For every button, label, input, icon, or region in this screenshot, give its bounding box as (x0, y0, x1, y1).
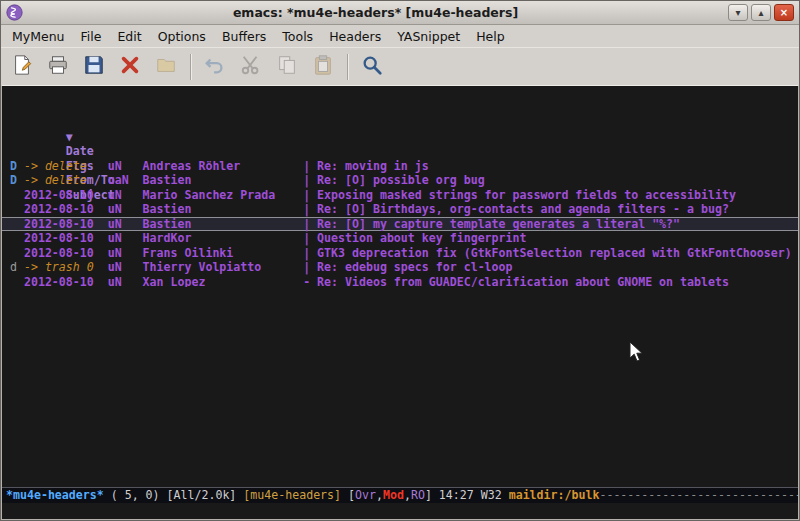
toolbar-separator (347, 54, 348, 80)
mode-line[interactable]: *mu4e-headers* ( 5, 0) [All/2.0k] [mu4e-… (2, 487, 798, 503)
modeline-segment-plain: , (404, 488, 411, 502)
message-from: Mario Sanchez Prada (143, 188, 304, 203)
message-row[interactable]: 2012-08-10uNHardKor| Question about key … (2, 231, 798, 246)
toolbar-separator (190, 54, 191, 80)
maximize-button[interactable]: ▴ (751, 4, 771, 21)
menu-item-headers[interactable]: Headers (321, 27, 389, 46)
message-row[interactable]: 2012-08-10uNBastien| Re: [O] Birthdays, … (2, 202, 798, 217)
message-subject: | Question about key fingerprint (303, 231, 526, 246)
modeline-segment-mod: Mod (383, 488, 404, 502)
modeline-segment-plain: , (376, 488, 383, 502)
copy-button (270, 52, 304, 82)
message-subject: | Re: [O] Birthdays, org-contacts and ag… (303, 202, 729, 217)
message-row[interactable]: D-> deleteuNAndreas Röhler| Re: moving i… (2, 159, 798, 174)
message-from: Andreas Röhler (143, 159, 304, 174)
message-row[interactable]: 2012-08-10uNMario Sanchez Prada| Exposin… (2, 188, 798, 203)
undo-button (198, 52, 232, 82)
close-button[interactable]: × (774, 4, 794, 21)
message-date: 2012-08-10 (24, 246, 108, 261)
undo-icon (204, 54, 226, 80)
emacs-window: emacs: *mu4e-headers* [mu4e-headers] ▾ ▴… (0, 0, 800, 521)
message-row[interactable]: D-> deleteuaNBastien| Re: [O] possible o… (2, 173, 798, 188)
print-icon (47, 54, 69, 80)
message-from: Frans Oilinki (143, 246, 304, 261)
close-icon: × (780, 7, 788, 18)
new-file-button[interactable] (5, 52, 39, 82)
header-line: ▼ Date Flgs From/To Subject (2, 115, 798, 130)
column-header-date: Date (66, 144, 150, 159)
message-subject: | GTK3 deprecation fix (GtkFontSelection… (303, 246, 792, 261)
menu-item-yasnippet[interactable]: YASnippet (389, 27, 468, 46)
message-date: 2012-08-10 (24, 202, 108, 217)
message-date: 2012-08-10 (24, 217, 108, 232)
message-from: Bastien (143, 202, 304, 217)
message-flags: uN (108, 159, 143, 174)
message-flags: uN (108, 275, 143, 287)
message-row[interactable]: d-> trash 0uNThierry Volpiatto| Re: edeb… (2, 260, 798, 275)
open-file-icon (155, 54, 177, 80)
minimize-icon: ▾ (735, 7, 740, 18)
cut-button (234, 52, 268, 82)
maximize-icon: ▴ (758, 7, 763, 18)
text-area-frame: ▼ Date Flgs From/To Subject D-> deleteuN… (1, 85, 799, 520)
mark-char (10, 275, 24, 287)
new-file-icon (11, 54, 33, 80)
emacs-logo-icon[interactable] (6, 4, 23, 21)
mark-char (10, 202, 24, 217)
message-flags: uN (108, 260, 143, 275)
message-subject: | Re: moving in js (303, 159, 429, 174)
modeline-segment-ovr: Ovr (355, 488, 376, 502)
message-flags: uN (108, 231, 143, 246)
menu-item-mymenu[interactable]: MyMenu (4, 27, 73, 46)
message-date: -> delete (24, 159, 108, 174)
copy-icon (276, 54, 298, 80)
message-date: -> delete (24, 173, 108, 188)
print-button[interactable] (41, 52, 75, 82)
menu-item-edit[interactable]: Edit (109, 27, 149, 46)
message-row[interactable]: 2012-08-10uNXan Lopez- Re: Videos from G… (2, 275, 798, 287)
modeline-segment-plain: ] (425, 488, 439, 502)
message-row-current[interactable]: 2012-08-10uNBastien| Re: [O] my capture … (2, 217, 798, 232)
message-row[interactable]: 2012-08-10uNFrans Oilinki| GTK3 deprecat… (2, 246, 798, 261)
menu-item-options[interactable]: Options (150, 27, 214, 46)
mark-char (10, 231, 24, 246)
message-date: 2012-08-10 (24, 188, 108, 203)
menu-item-tools[interactable]: Tools (274, 27, 321, 46)
headers-buffer[interactable]: ▼ Date Flgs From/To Subject D-> deleteuN… (2, 86, 798, 287)
search-icon (361, 54, 383, 80)
message-from: Bastien (143, 173, 304, 188)
search-button[interactable] (355, 52, 389, 82)
menu-item-buffers[interactable]: Buffers (214, 27, 274, 46)
mark-char (10, 246, 24, 261)
mark-char: D (10, 159, 24, 174)
close-buffer-button[interactable] (113, 52, 147, 82)
cut-icon (240, 54, 262, 80)
empty-buffer-space (2, 287, 798, 488)
minimize-button[interactable]: ▾ (728, 4, 748, 21)
save-icon (83, 54, 105, 80)
message-list: D-> deleteuNAndreas Röhler| Re: moving i… (2, 159, 798, 287)
message-subject: | Re: [O] my capture template generates … (303, 217, 680, 232)
open-file-button (149, 52, 183, 82)
mark-char (10, 217, 24, 232)
menu-item-help[interactable]: Help (468, 27, 513, 46)
menu-item-file[interactable]: File (73, 27, 110, 46)
modeline-segment-mode-name: [mu4e-headers] (243, 488, 341, 502)
message-subject: | Exposing masked strings for password f… (303, 188, 736, 203)
modeline-segment-buffer-name: *mu4e-headers* (6, 488, 104, 502)
message-flags: uaN (108, 173, 143, 188)
modeline-segment-maildir: maildir:/bulk (509, 488, 600, 502)
message-from: Thierry Volpiatto (143, 260, 304, 275)
message-flags: uN (108, 217, 143, 232)
message-flags: uN (108, 246, 143, 261)
save-button[interactable] (77, 52, 111, 82)
message-subject: | Re: edebug specs for cl-loop (303, 260, 512, 275)
echo-area[interactable] (2, 503, 798, 519)
menubar: MyMenu File Edit Options Buffers Tools H… (1, 25, 799, 47)
sort-indicator-icon: ▼ (66, 130, 80, 145)
close-buffer-icon (119, 54, 141, 80)
message-from: HardKor (143, 231, 304, 246)
paste-button (306, 52, 340, 82)
mark-char: D (10, 173, 24, 188)
modeline-segment-plain: ( 5, 0) [All/2.0k] (104, 488, 244, 502)
